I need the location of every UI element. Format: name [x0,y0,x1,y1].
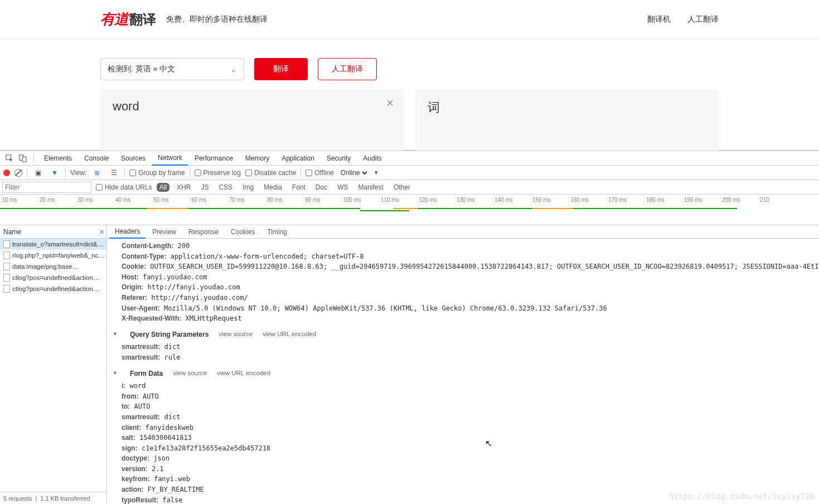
offline-checkbox[interactable]: Offline [306,169,333,177]
request-row[interactable]: data:image/png;base… [0,261,106,272]
filter-chip-font[interactable]: Font [289,183,308,192]
filter-chip-js[interactable]: JS [198,183,211,192]
timeline-tick: 170 ms [607,195,644,206]
filter-toggle-icon[interactable]: ▼ [49,167,61,179]
dropdown-arrow-icon: ▼ [374,169,379,176]
site-header: 有道 翻译 免费、即时的多语种在线翻译 翻译机 人工翻译 [0,0,819,39]
filter-chip-other[interactable]: Other [391,183,413,192]
timeline-tick: 120 ms [417,195,455,206]
timeline-tick: 30 ms [76,195,114,206]
detail-tab-preview[interactable]: Preview [147,225,182,239]
nav-human-translate[interactable]: 人工翻译 [687,14,719,25]
timeline-tick: 150 ms [531,195,569,206]
nav-machine-translate[interactable]: 翻译机 [647,14,671,25]
preserve-log-checkbox[interactable]: Preserve log [195,169,241,177]
request-row[interactable]: rlog.php?_npid=fanyiweb&_nc… [0,250,106,261]
request-row[interactable]: ctlog?pos=undefined&action… [0,283,106,294]
capture-screenshots-icon[interactable]: ▣ [32,167,44,179]
detail-tab-cookies[interactable]: Cookies [225,225,260,239]
view-label: View: [70,169,86,177]
human-translate-button[interactable]: 人工翻译 [318,58,377,80]
filter-chip-doc[interactable]: Doc [313,183,330,192]
tab-elements[interactable]: Elements [38,151,77,166]
tab-security[interactable]: Security [321,151,356,166]
tab-performance[interactable]: Performance [189,151,239,166]
network-timeline[interactable]: 10 ms20 ms30 ms40 ms50 ms60 ms70 ms80 ms… [0,195,819,225]
timeline-tick: 20 ms [38,195,76,206]
logo-sub: 翻译 [129,11,156,28]
clear-button[interactable] [14,169,22,177]
filter-chip-css[interactable]: CSS [216,183,235,192]
throttling-select[interactable]: Online [338,168,369,177]
group-by-frame-checkbox[interactable]: Group by frame [129,169,185,177]
disable-cache-checkbox[interactable]: Disable cache [245,169,296,177]
header-row: X-Requested-With: XMLHttpRequest [113,313,813,324]
network-toolbar: ▣ ▼ View: ≣ ☰ Group by frame Preserve lo… [0,166,819,180]
source-text: word [113,99,139,113]
filter-input[interactable] [2,182,91,193]
section-header[interactable]: ▼Query String Parametersview sourceview … [113,329,813,340]
timeline-tick: 90 ms [303,195,341,206]
detail-tab-timing[interactable]: Timing [261,225,293,239]
request-row[interactable]: ctlog?pos=undefined&action… [0,272,106,283]
file-icon [3,285,10,293]
request-row[interactable]: translate_o?smartresult=dict&… [0,239,106,250]
tab-memory[interactable]: Memory [240,151,275,166]
toggle-device-icon[interactable] [17,152,29,164]
detail-tab-headers[interactable]: Headers [109,225,146,239]
section-header[interactable]: ▼Form Dataview sourceview URL encoded [113,369,813,379]
filter-chip-all[interactable]: All [157,183,169,192]
source-text-input[interactable]: word ✕ [100,89,404,151]
chevron-down-icon: ⌄ [230,65,237,74]
filter-chip-ws[interactable]: WS [335,183,351,192]
filter-chip-xhr[interactable]: XHR [174,183,193,192]
overview-icon[interactable]: ☰ [108,167,120,179]
header-row: sign: c1e1fe13a28f2f15655ea2e5db457218 [113,443,813,454]
tab-network[interactable]: Network [152,151,188,166]
header-row: doctype: json [113,453,813,464]
header-row: client: fanyideskweb [113,423,813,433]
network-request-list: Name × translate_o?smartresult=dict&… rl… [0,225,107,504]
tab-application[interactable]: Application [276,151,320,166]
clear-input-button[interactable]: ✕ [386,97,394,109]
header-row: smartresult: rule [113,352,813,363]
filter-chip-manifest[interactable]: Manifest [356,183,386,192]
timeline-tick: 70 ms [227,195,265,206]
file-icon [3,251,10,259]
record-button[interactable] [3,169,10,176]
hide-data-urls-checkbox[interactable]: Hide data URLs [96,183,152,191]
timeline-tick: 80 ms [265,195,303,206]
header-row: User-Agent: Mozilla/5.0 (Windows NT 10.0… [113,303,813,314]
request-detail-panel: Headers Preview Response Cookies Timing … [107,225,819,504]
svg-rect-2 [22,157,26,162]
header-row: typoResult: false [113,495,813,504]
name-column-header[interactable]: Name × [0,225,106,239]
close-detail-icon[interactable]: × [100,227,104,236]
timeline-tick: 190 ms [682,195,720,206]
header-row: action: FY_BY_REALTIME [113,484,813,495]
header-row: Referer: http://fanyi.youdao.com/ [113,293,813,303]
logo[interactable]: 有道 翻译 [100,9,156,29]
timeline-tick: 100 ms [341,195,379,206]
tab-sources[interactable]: Sources [115,151,151,166]
tab-audits[interactable]: Audits [357,151,387,166]
header-row: Content-Length: 200 [113,241,813,251]
filter-chip-img[interactable]: Img [240,183,256,192]
timeline-tick: 60 ms [190,195,227,206]
timeline-tick: 160 ms [569,195,607,206]
language-selector[interactable]: 检测到: 英语 » 中文 ⌄ [100,58,244,80]
translate-button[interactable]: 翻译 [254,58,308,80]
inspect-element-icon[interactable] [3,152,16,164]
translation-output: 词 [415,89,719,151]
tab-console[interactable]: Console [79,151,114,166]
output-text: 词 [428,100,440,114]
timeline-tick: 40 ms [114,195,152,206]
header-row: Origin: http://fanyi.youdao.com [113,282,813,293]
timeline-tick: 50 ms [152,195,190,206]
header-row: to: AUTO [113,401,813,412]
large-rows-icon[interactable]: ≣ [91,167,103,179]
filter-chip-media[interactable]: Media [261,183,285,192]
detail-tab-response[interactable]: Response [183,225,224,239]
timeline-tick: 180 ms [644,195,682,206]
file-icon [3,274,10,282]
